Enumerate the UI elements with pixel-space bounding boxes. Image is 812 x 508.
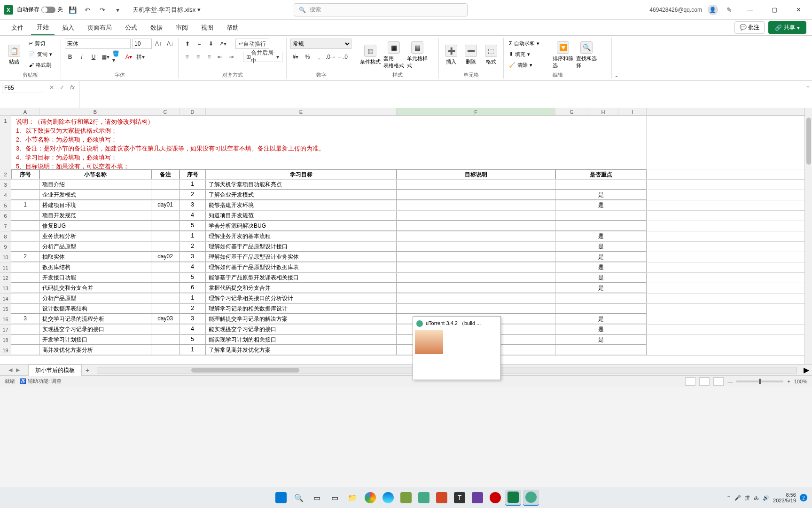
comma-icon[interactable]: ,	[314, 52, 324, 62]
row-header[interactable]: 1	[0, 116, 11, 169]
edge-icon[interactable]	[380, 490, 396, 506]
cell[interactable]: 是	[555, 273, 647, 283]
spreadsheet-grid[interactable]: 1 2 3 4 5 6 7 8 9 10 11 12 13 14 15 16 1…	[0, 108, 812, 364]
paste-button[interactable]: 📋粘贴	[4, 39, 24, 71]
number-format-select[interactable]: 常规	[290, 39, 351, 49]
page-layout-view-icon[interactable]	[699, 377, 710, 386]
cell[interactable]	[151, 190, 180, 200]
widgets-icon[interactable]: ▭	[327, 490, 343, 506]
cell[interactable]	[151, 180, 180, 190]
cell[interactable]	[151, 242, 180, 252]
cell[interactable]: day03	[151, 314, 180, 324]
share-button[interactable]: 🔗 共享 ▾	[768, 21, 806, 34]
align-middle-icon[interactable]: =	[194, 39, 204, 49]
border-button[interactable]: ▦▾	[100, 52, 110, 62]
decrease-decimal-icon[interactable]: ←.0	[337, 52, 348, 62]
header-remark[interactable]: 备注	[151, 169, 180, 179]
cell[interactable]: 理解学习记录相关接口的分析设计	[206, 294, 397, 303]
font-size-select[interactable]	[132, 39, 152, 49]
document-filename[interactable]: 天机学堂-学习目标.xlsx ▾	[133, 6, 201, 14]
cell[interactable]: 知道项目开发规范	[206, 211, 397, 221]
cell[interactable]: 了解企业开发模式	[206, 190, 397, 200]
col-header-g[interactable]: G	[555, 108, 588, 115]
name-box[interactable]	[2, 83, 43, 93]
zoom-slider[interactable]	[736, 381, 783, 382]
cell[interactable]: 能理解提交学习记录的解决方案	[206, 314, 397, 324]
cell[interactable]: 抽取实体	[39, 252, 151, 262]
format-painter-button[interactable]: 🖌 格式刷	[27, 60, 54, 70]
row-header[interactable]: 2	[0, 169, 11, 180]
tab-home[interactable]: 开始	[31, 20, 55, 35]
col-header-f[interactable]: F	[397, 108, 555, 115]
cut-button[interactable]: ✂ 剪切	[27, 39, 54, 48]
cell[interactable]: 了解常见高并发优化方案	[206, 345, 397, 355]
cell[interactable]: 1	[11, 200, 39, 210]
italic-button[interactable]: I	[77, 52, 87, 62]
decrease-indent-icon[interactable]: ⇤	[215, 52, 225, 62]
cell[interactable]: 掌握代码提交和分支合并	[206, 283, 397, 293]
row-header[interactable]: 10	[0, 252, 11, 262]
start-button[interactable]	[273, 490, 289, 506]
cell[interactable]	[151, 304, 180, 314]
cell[interactable]: 3	[180, 200, 206, 210]
header-seq1[interactable]: 序号	[11, 169, 39, 179]
record-icon[interactable]	[487, 490, 503, 506]
cell[interactable]	[11, 345, 39, 355]
cell[interactable]: 2	[180, 304, 206, 314]
decrease-font-icon[interactable]: A↓	[165, 39, 175, 49]
percent-icon[interactable]: %	[302, 52, 312, 62]
cell[interactable]	[397, 211, 555, 221]
cell[interactable]: 分析产品原型	[39, 294, 151, 303]
cell[interactable]	[151, 211, 180, 221]
find-select-button[interactable]: 🔍查找和选择	[576, 39, 597, 71]
utorrent-taskbar-icon[interactable]	[523, 490, 539, 506]
cell[interactable]	[397, 283, 555, 293]
cell[interactable]	[555, 304, 647, 314]
cell[interactable]	[397, 252, 555, 262]
cell[interactable]	[11, 221, 39, 231]
row-header[interactable]: 8	[0, 231, 11, 242]
vscroll-thumb[interactable]	[806, 118, 811, 165]
sheet-next-icon[interactable]: ▶	[16, 367, 20, 373]
fx-icon[interactable]: fx	[68, 83, 77, 92]
cell[interactable]: 理解如何基于产品原型设计业务实体	[206, 252, 397, 262]
cell[interactable]	[397, 180, 555, 190]
tab-data[interactable]: 数据	[145, 21, 168, 35]
tab-insert[interactable]: 插入	[56, 21, 80, 35]
cell[interactable]: 修复BUG	[39, 221, 151, 231]
tab-file[interactable]: 文件	[6, 21, 29, 35]
copy-button[interactable]: 📄 复制 ▾	[27, 49, 54, 59]
app-icon-1[interactable]	[398, 490, 414, 506]
user-email[interactable]: 469428426@qq.com	[649, 7, 702, 13]
add-sheet-button[interactable]: +	[82, 366, 93, 374]
underline-button[interactable]: U	[88, 52, 99, 62]
col-header-e[interactable]: E	[206, 108, 397, 115]
cell[interactable]	[151, 231, 180, 241]
preview-thumbnail[interactable]	[415, 330, 499, 354]
notification-badge[interactable]: 2	[800, 494, 807, 501]
cell[interactable]	[397, 200, 555, 210]
row-header[interactable]: 5	[0, 200, 11, 211]
cell[interactable]: 开发学习计划接口	[39, 335, 151, 345]
col-header-a[interactable]: A	[11, 108, 39, 115]
cell[interactable]: 2	[11, 252, 39, 262]
cell[interactable]: day02	[151, 252, 180, 262]
cell[interactable]	[397, 304, 555, 314]
cell[interactable]: 学会分析源码解决BUG	[206, 221, 397, 231]
header-section[interactable]: 小节名称	[39, 169, 151, 179]
row-header[interactable]: 16	[0, 314, 11, 325]
app-icon-4[interactable]	[469, 490, 485, 506]
save-icon[interactable]: 💾	[67, 4, 78, 16]
cell[interactable]: 分析产品原型	[39, 242, 151, 252]
row-header[interactable]: 17	[0, 325, 11, 335]
delete-cells-button[interactable]: ➖删除	[462, 39, 479, 71]
increase-font-icon[interactable]: A↑	[153, 39, 164, 49]
header-seq2[interactable]: 序号	[180, 169, 206, 179]
cell[interactable]	[11, 190, 39, 200]
col-header-h[interactable]: H	[588, 108, 618, 115]
cell[interactable]	[11, 231, 39, 241]
tab-help[interactable]: 帮助	[221, 21, 244, 35]
vertical-scrollbar[interactable]	[804, 108, 812, 364]
row-header[interactable]: 3	[0, 180, 11, 190]
cell[interactable]: 理解如何基于产品原型设计数据库表	[206, 262, 397, 272]
